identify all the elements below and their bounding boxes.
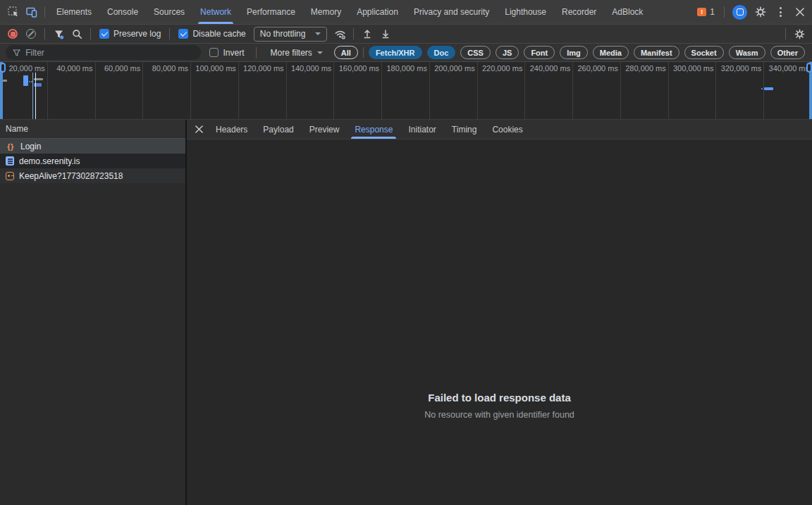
tab-elements[interactable]: Elements (49, 0, 99, 24)
timeline-tick-label: 260,000 ms (573, 62, 621, 119)
document-icon (6, 156, 14, 166)
device-toolbar-icon[interactable] (23, 3, 41, 21)
more-menu-icon[interactable] (771, 3, 789, 21)
divider (256, 47, 257, 58)
divider (785, 28, 786, 39)
network-settings-gear-icon[interactable] (791, 26, 808, 42)
close-devtools-icon[interactable] (791, 3, 809, 21)
timeline-tick-label: 100,000 ms (191, 62, 239, 119)
import-har-icon[interactable] (359, 26, 376, 42)
preserve-log-label: Preserve log (113, 29, 161, 39)
resource-bar (23, 75, 28, 86)
timeline-tick-label: 220,000 ms (478, 62, 526, 119)
ping-icon (6, 172, 14, 180)
filter-input[interactable] (25, 48, 194, 58)
tab-lighthouse[interactable]: Lighthouse (497, 0, 554, 24)
timeline-tick-label: 300,000 ms (669, 62, 717, 119)
tab-application[interactable]: Application (349, 0, 406, 24)
toolbar-right-controls: ! 1 (693, 3, 809, 21)
extension-icon[interactable] (732, 5, 747, 20)
timeline-tick-label: 180,000 ms (382, 62, 430, 119)
request-name: KeepAlive?1773028723518 (19, 171, 123, 181)
throttling-dropdown[interactable]: No throttling (254, 27, 328, 42)
detail-tab-cookies[interactable]: Cookies (484, 120, 530, 139)
resource-bar (764, 87, 773, 90)
tab-adblock[interactable]: AdBlock (604, 0, 651, 24)
filter-input-wrap[interactable] (6, 45, 201, 60)
issues-badge[interactable]: ! 1 (693, 5, 719, 19)
chip-font[interactable]: Font (524, 46, 555, 59)
close-detail-icon[interactable] (190, 120, 208, 139)
tab-console[interactable]: Console (99, 0, 146, 24)
xhr-icon (6, 142, 16, 151)
chip-img[interactable]: Img (560, 46, 588, 59)
main-toolbar: ElementsConsoleSourcesNetworkPerformance… (0, 0, 812, 25)
timeline-overview[interactable]: 20,000 ms40,000 ms60,000 ms80,000 ms100,… (0, 62, 812, 120)
timeline-tick-label: 200,000 ms (430, 62, 478, 119)
record-stop-icon[interactable] (4, 26, 21, 42)
checkbox-empty-icon (209, 48, 219, 57)
detail-tab-payload[interactable]: Payload (255, 120, 301, 139)
divider (44, 28, 45, 39)
chip-js[interactable]: JS (496, 46, 519, 59)
timeline-tick-label: 140,000 ms (287, 62, 335, 119)
request-type-chips: AllFetch/XHRDocCSSJSFontImgMediaManifest… (334, 46, 805, 59)
chip-socket[interactable]: Socket (684, 46, 724, 59)
detail-tab-preview[interactable]: Preview (302, 120, 347, 139)
disable-cache-checkbox[interactable]: Disable cache (175, 29, 249, 39)
filter-row: Invert More filters AllFetch/XHRDocCSSJS… (0, 44, 812, 62)
tab-memory[interactable]: Memory (303, 0, 349, 24)
chip-other[interactable]: Other (770, 46, 805, 59)
checkbox-checked-icon (99, 29, 109, 39)
detail-tab-timing[interactable]: Timing (444, 120, 485, 139)
chip-doc[interactable]: Doc (427, 46, 456, 59)
tab-privacy-and-security[interactable]: Privacy and security (406, 0, 497, 24)
chip-media[interactable]: Media (593, 46, 629, 59)
timeline-tick-label: 80,000 ms (143, 62, 191, 119)
chip-manifest[interactable]: Manifest (634, 46, 679, 59)
invert-label: Invert (223, 48, 244, 58)
tab-recorder[interactable]: Recorder (554, 0, 604, 24)
invert-checkbox[interactable]: Invert (207, 48, 247, 58)
response-empty-state: Failed to load response data No resource… (187, 139, 812, 420)
checkbox-checked-icon (178, 29, 188, 39)
request-detail-pane: HeadersPayloadPreviewResponseInitiatorTi… (187, 120, 812, 505)
chip-wasm[interactable]: Wasm (729, 46, 765, 59)
network-conditions-icon[interactable] (331, 26, 348, 42)
more-filters-dropdown[interactable]: More filters (266, 48, 326, 58)
name-column-header[interactable]: Name (0, 120, 185, 139)
chip-fetch-xhr[interactable]: Fetch/XHR (369, 46, 422, 59)
tab-sources[interactable]: Sources (146, 0, 192, 24)
export-har-icon[interactable] (377, 26, 394, 42)
request-row-login[interactable]: Login (0, 139, 185, 154)
tab-performance[interactable]: Performance (239, 0, 303, 24)
preserve-log-checkbox[interactable]: Preserve log (96, 29, 164, 39)
request-row-demo-serenity-is[interactable]: demo.serenity.is (0, 154, 185, 168)
request-row-keepalive-1773028723518[interactable]: KeepAlive?1773028723518 (0, 168, 185, 183)
inspect-icon[interactable] (4, 3, 23, 21)
search-icon[interactable] (68, 26, 85, 42)
detail-tab-response[interactable]: Response (347, 120, 400, 139)
timeline-tick-label: 340,000 ms (764, 62, 812, 119)
tab-network[interactable]: Network (192, 0, 239, 24)
resource-bar (761, 88, 763, 89)
timeline-tick-label: 120,000 ms (239, 62, 287, 119)
detail-tab-headers[interactable]: Headers (208, 120, 255, 139)
more-filters-label: More filters (270, 48, 312, 58)
divider (724, 6, 725, 18)
chip-all[interactable]: All (334, 46, 358, 59)
load-event-line (35, 73, 36, 119)
device-glyph-icon (737, 8, 744, 15)
dom-content-loaded-line (32, 73, 33, 119)
detail-tab-initiator[interactable]: Initiator (400, 120, 443, 139)
filter-funnel-icon[interactable] (50, 26, 67, 42)
chip-css[interactable]: CSS (460, 46, 491, 59)
timeline-tick-label: 60,000 ms (96, 62, 144, 119)
overview-right-handle[interactable] (806, 63, 812, 73)
settings-gear-icon[interactable] (751, 3, 770, 21)
overview-left-handle[interactable] (0, 63, 6, 73)
clear-icon[interactable] (23, 26, 39, 42)
devtools-window: ElementsConsoleSourcesNetworkPerformance… (0, 0, 812, 505)
disable-cache-label: Disable cache (192, 29, 245, 39)
divider (353, 28, 354, 39)
